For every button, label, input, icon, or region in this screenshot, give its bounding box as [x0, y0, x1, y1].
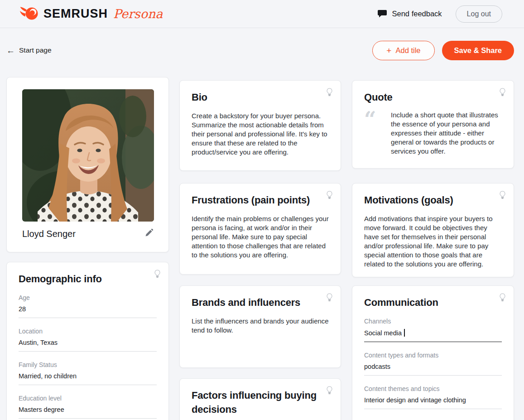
- field-label: Family Status: [19, 361, 157, 368]
- persona-name[interactable]: Lloyd Senger: [22, 229, 76, 239]
- field-value[interactable]: podcasts: [364, 363, 502, 376]
- demographic-fields: Age 28 Location Austin, Texas Family Sta…: [19, 294, 157, 419]
- field-label: Content themes and topics: [364, 385, 502, 392]
- semrush-flame-icon: [20, 6, 39, 22]
- send-feedback-link[interactable]: Send feedback: [378, 10, 442, 18]
- field-value[interactable]: Interior design and vintage clothing: [364, 396, 502, 409]
- field-content-types[interactable]: Content types and formats podcasts: [364, 352, 502, 376]
- frustrations-tile: Frustrations (pain points) Identify the …: [179, 183, 341, 275]
- persona-photo[interactable]: [22, 89, 154, 222]
- field-label: Education level: [19, 395, 157, 402]
- field-value[interactable]: Austin, Texas: [19, 339, 157, 352]
- field-value-text: Social media: [364, 329, 402, 337]
- toolbar-actions: + Add tile Save & Share: [372, 41, 514, 60]
- quote-icon: “: [364, 111, 384, 156]
- persona-name-row: Lloyd Senger: [22, 229, 153, 239]
- page-toolbar: ← Start page + Add tile Save & Share: [0, 40, 524, 60]
- lightbulb-hint-icon[interactable]: [499, 88, 506, 97]
- brand-product-name: Persona: [113, 7, 163, 21]
- quote-tile: Quote “ Include a short quote that illus…: [352, 80, 514, 169]
- brands-influencers-tile: Brands and influencers List the influenc…: [179, 285, 341, 368]
- buying-factors-tile: Factors influencing buying decisions: [179, 378, 341, 420]
- column-middle: Bio Create a backstory for your buyer pe…: [179, 80, 341, 420]
- semrush-logo[interactable]: SEMRUSH Persona: [20, 6, 163, 22]
- column-left: Lloyd Senger Demographic info Age 28 L: [6, 77, 169, 420]
- field-label: Location: [19, 328, 157, 335]
- field-age[interactable]: Age 28: [19, 294, 157, 318]
- field-label: Content types and formats: [364, 352, 502, 359]
- back-arrow-icon: ←: [6, 46, 15, 55]
- lightbulb-hint-icon[interactable]: [326, 386, 333, 395]
- logout-button[interactable]: Log out: [456, 5, 502, 23]
- field-label: Channels: [364, 318, 502, 325]
- communication-fields: Channels Social media Content types and …: [364, 318, 502, 409]
- tile-title: Bio: [192, 90, 329, 104]
- header-actions: Send feedback Log out: [378, 5, 502, 23]
- bio-tile: Bio Create a backstory for your buyer pe…: [179, 80, 341, 171]
- field-content-themes[interactable]: Content themes and topics Interior desig…: [364, 385, 502, 409]
- start-page-label: Start page: [19, 46, 52, 54]
- field-family-status[interactable]: Family Status Married, no children: [19, 361, 157, 385]
- app-header: SEMRUSH Persona Send feedback Log out: [0, 0, 524, 28]
- tile-title: Factors influencing buying decisions: [192, 388, 329, 416]
- lightbulb-hint-icon[interactable]: [499, 293, 506, 302]
- start-page-link[interactable]: ← Start page: [6, 46, 52, 55]
- tile-title: Motivations (goals): [364, 193, 502, 207]
- field-education-level[interactable]: Education level Masters degree: [19, 395, 157, 419]
- field-value[interactable]: 28: [19, 305, 157, 318]
- speech-bubble-icon: [378, 10, 387, 18]
- demographic-info-tile: Demographic info Age 28 Location Austin,…: [6, 262, 169, 420]
- brands-placeholder-text[interactable]: List the influencers and brands your aud…: [192, 317, 329, 335]
- edit-pencil-icon[interactable]: [144, 229, 153, 239]
- tile-title: Quote: [364, 90, 502, 104]
- add-tile-label: Add tile: [395, 46, 420, 55]
- lightbulb-hint-icon[interactable]: [326, 293, 333, 302]
- lightbulb-hint-icon[interactable]: [326, 191, 333, 200]
- save-share-button[interactable]: Save & Share: [442, 41, 514, 60]
- plus-icon: +: [386, 46, 391, 55]
- add-tile-button[interactable]: + Add tile: [372, 41, 434, 60]
- tile-title: Frustrations (pain points): [192, 193, 329, 207]
- persona-photo-tile: Lloyd Senger: [6, 77, 169, 252]
- column-right: Quote “ Include a short quote that illus…: [352, 80, 514, 420]
- field-value[interactable]: Social media: [364, 329, 502, 342]
- field-value[interactable]: Masters degree: [19, 406, 157, 419]
- tile-title: Demographic info: [19, 272, 157, 286]
- communication-tile: Communication Channels Social media Cont…: [352, 285, 514, 420]
- field-label: Age: [19, 294, 157, 301]
- lightbulb-hint-icon[interactable]: [326, 88, 333, 97]
- frustrations-placeholder-text[interactable]: Identify the main problems or challenges…: [192, 214, 329, 260]
- quote-body: “ Include a short quote that illustrates…: [364, 111, 502, 156]
- bio-placeholder-text[interactable]: Create a backstory for your buyer person…: [192, 111, 329, 157]
- lightbulb-hint-icon[interactable]: [154, 270, 161, 279]
- motivations-placeholder-text[interactable]: Add motivations that inspire your buyers…: [364, 214, 502, 269]
- send-feedback-label: Send feedback: [392, 10, 442, 18]
- field-value[interactable]: Married, no children: [19, 372, 157, 385]
- field-location[interactable]: Location Austin, Texas: [19, 328, 157, 352]
- tile-title: Communication: [364, 295, 502, 309]
- brand-name: SEMRUSH: [43, 7, 108, 21]
- quote-placeholder-text[interactable]: Include a short quote that illustrates t…: [391, 111, 502, 156]
- text-cursor: [404, 329, 405, 337]
- tile-title: Brands and influencers: [192, 295, 329, 309]
- field-channels[interactable]: Channels Social media: [364, 318, 502, 342]
- lightbulb-hint-icon[interactable]: [499, 191, 506, 200]
- motivations-tile: Motivations (goals) Add motivations that…: [352, 183, 514, 277]
